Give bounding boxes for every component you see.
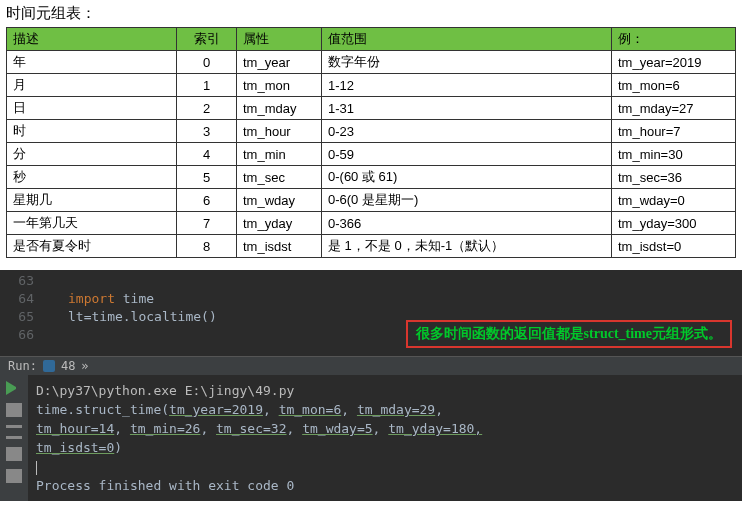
cell-attr: tm_isdst [237,235,322,258]
th-ex: 例： [612,28,736,51]
table-row: 年0tm_year数字年份tm_year=2019 [7,51,736,74]
run-config-name[interactable]: 48 [61,359,75,373]
cell-ex: tm_isdst=0 [612,235,736,258]
cell-attr: tm_mday [237,97,322,120]
table-row: 分4tm_min0-59tm_min=30 [7,143,736,166]
settings-icon[interactable] [6,425,22,439]
table-row: 是否有夏令时8tm_isdst是 1，不是 0，未知-1（默认）tm_isdst… [7,235,736,258]
line-number: 63 [0,272,34,290]
table-row: 时3tm_hour0-23tm_hour=7 [7,120,736,143]
keyword-import: import [68,291,115,306]
module-name: time [115,291,154,306]
cell-attr: tm_mon [237,74,322,97]
console-line: Process finished with exit code 0 [36,476,734,495]
cell-range: 0-366 [322,212,612,235]
console-line: tm_isdst=0) [36,438,734,457]
th-range: 值范围 [322,28,612,51]
line-number: 66 [0,326,34,344]
table-row: 日2tm_mday1-31tm_mday=27 [7,97,736,120]
cell-desc: 一年第几天 [7,212,177,235]
func-call: time.localtime [91,309,201,324]
cell-idx: 1 [177,74,237,97]
cursor-icon [36,461,37,475]
run-label: Run: [8,359,37,373]
th-desc: 描述 [7,28,177,51]
var-name: lt [68,309,84,324]
table-row: 秒5tm_sec0-(60 或 61)tm_sec=36 [7,166,736,189]
cell-range: 0-6(0 是星期一) [322,189,612,212]
cell-attr: tm_hour [237,120,322,143]
console-line: tm_hour=14, tm_min=26, tm_sec=32, tm_wda… [36,419,734,438]
cell-range: 是 1，不是 0，未知-1（默认） [322,235,612,258]
console-toolbar [0,375,28,501]
code-editor[interactable]: 63 64 65 66 import time lt=time.localtim… [0,270,742,356]
cell-idx: 2 [177,97,237,120]
cell-ex: tm_hour=7 [612,120,736,143]
console-line: D:\py37\python.exe E:\jingy\49.py [36,381,734,400]
chevron-right-icon[interactable]: » [81,359,88,373]
cell-ex: tm_year=2019 [612,51,736,74]
cell-idx: 5 [177,166,237,189]
cell-idx: 4 [177,143,237,166]
cell-ex: tm_min=30 [612,143,736,166]
cell-desc: 月 [7,74,177,97]
cell-range: 0-59 [322,143,612,166]
table-row: 月1tm_mon1-12tm_mon=6 [7,74,736,97]
cell-idx: 8 [177,235,237,258]
cell-ex: tm_yday=300 [612,212,736,235]
run-toolbar: Run: 48 » [0,356,742,375]
run-icon[interactable] [6,381,22,395]
cell-idx: 6 [177,189,237,212]
cell-range: 1-12 [322,74,612,97]
th-attr: 属性 [237,28,322,51]
editor-gutter: 63 64 65 66 [0,270,40,344]
cell-desc: 日 [7,97,177,120]
table-row: 一年第几天7tm_yday0-366tm_yday=300 [7,212,736,235]
annotation-text: 很多时间函数的返回值都是 [416,326,584,341]
print-icon[interactable] [6,447,22,461]
time-tuple-table: 描述 索引 属性 值范围 例： 年0tm_year数字年份tm_year=201… [6,27,736,258]
table-row: 星期几6tm_wday0-6(0 是星期一)tm_wday=0 [7,189,736,212]
cell-attr: tm_min [237,143,322,166]
table-title: 时间元组表： [6,4,736,23]
cell-attr: tm_wday [237,189,322,212]
console-line: time.struct_time(tm_year=2019, tm_mon=6,… [36,400,734,419]
cell-idx: 0 [177,51,237,74]
python-icon [43,360,55,372]
annotation-box: 很多时间函数的返回值都是struct_time元组形式。 [406,320,732,348]
line-number: 64 [0,290,34,308]
parens: () [201,309,217,324]
cell-desc: 年 [7,51,177,74]
cell-ex: tm_mon=6 [612,74,736,97]
cell-desc: 星期几 [7,189,177,212]
cell-desc: 秒 [7,166,177,189]
cell-attr: tm_year [237,51,322,74]
cell-range: 数字年份 [322,51,612,74]
console-panel: D:\py37\python.exe E:\jingy\49.py time.s… [0,375,742,501]
cell-idx: 3 [177,120,237,143]
cell-ex: tm_wday=0 [612,189,736,212]
annotation-text: 元组形式。 [652,326,722,341]
document-section: 时间元组表： 描述 索引 属性 值范围 例： 年0tm_year数字年份tm_y… [0,0,742,262]
cell-desc: 是否有夏令时 [7,235,177,258]
console-line [36,457,734,476]
annotation-em: struct_time [584,326,652,341]
cell-desc: 分 [7,143,177,166]
cell-attr: tm_sec [237,166,322,189]
cell-range: 0-(60 或 61) [322,166,612,189]
th-idx: 索引 [177,28,237,51]
cell-desc: 时 [7,120,177,143]
cell-attr: tm_yday [237,212,322,235]
stop-icon[interactable] [6,403,22,417]
cell-range: 0-23 [322,120,612,143]
cell-range: 1-31 [322,97,612,120]
console-output[interactable]: D:\py37\python.exe E:\jingy\49.py time.s… [28,375,742,501]
cell-ex: tm_mday=27 [612,97,736,120]
cell-ex: tm_sec=36 [612,166,736,189]
trash-icon[interactable] [6,469,22,483]
line-number: 65 [0,308,34,326]
cell-idx: 7 [177,212,237,235]
